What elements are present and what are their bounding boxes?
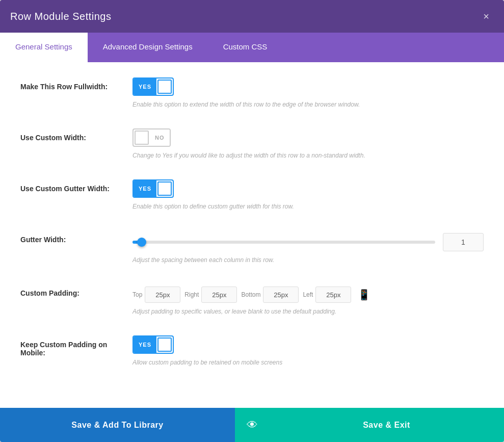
fullwidth-toggle-wrap: YES [132, 77, 484, 96]
mobile-icon: 📱 [358, 289, 370, 301]
gutter-width-label: Gutter Width: [20, 230, 132, 244]
tab-advanced[interactable]: Advanced Design Settings [88, 33, 208, 62]
padding-mobile-setting: Keep Custom Padding on Mobile: YES Allow… [20, 335, 484, 371]
padding-right-group: Right [184, 287, 237, 303]
modal-footer: Save & Add To Library 👁 Save & Exit [0, 408, 504, 442]
custom-width-toggle[interactable]: NO [132, 128, 171, 147]
padding-mobile-yes-label: YES [134, 336, 156, 353]
padding-inputs-wrap: Top Right Bottom Left 📱 [132, 287, 484, 303]
fullwidth-setting: Make This Row Fullwidth: YES Enable this… [20, 77, 484, 113]
fullwidth-desc: Enable this option to extend the width o… [132, 101, 484, 108]
custom-gutter-toggle-wrap: YES [132, 179, 484, 198]
custom-padding-setting: Custom Padding: Top Right Bottom [20, 284, 484, 320]
padding-mobile-toggle[interactable]: YES [132, 335, 174, 354]
padding-left-input[interactable] [315, 287, 351, 303]
gutter-slider-track [132, 241, 435, 244]
custom-padding-control: Top Right Bottom Left 📱 [132, 284, 484, 315]
padding-left-label: Left [303, 291, 313, 298]
save-library-button[interactable]: Save & Add To Library [0, 408, 235, 442]
tab-general[interactable]: General Settings [0, 33, 88, 62]
custom-padding-label: Custom Padding: [20, 284, 132, 297]
save-exit-button[interactable]: Save & Exit [269, 408, 504, 442]
gutter-width-desc: Adjust the spacing between each column i… [132, 256, 484, 264]
fullwidth-label: Make This Row Fullwidth: [20, 77, 132, 91]
modal-container: Row Module Settings × General Settings A… [0, 0, 504, 442]
custom-gutter-setting: Use Custom Gutter Width: YES Enable this… [20, 179, 484, 215]
fullwidth-control: YES Enable this option to extend the wid… [132, 77, 484, 108]
custom-width-no-label: NO [150, 129, 170, 146]
padding-mobile-desc: Allow custom padding to be retained on m… [132, 359, 484, 366]
padding-mobile-control: YES Allow custom padding to be retained … [132, 335, 484, 366]
fullwidth-yes-label: YES [134, 79, 156, 95]
padding-right-input[interactable] [201, 287, 237, 303]
eye-icon: 👁 [247, 419, 258, 432]
padding-left-group: Left [303, 287, 351, 303]
tabs-bar: General Settings Advanced Design Setting… [0, 33, 504, 62]
gutter-value-box[interactable]: 1 [443, 233, 484, 251]
fullwidth-toggle[interactable]: YES [132, 77, 174, 96]
settings-content: Make This Row Fullwidth: YES Enable this… [0, 62, 504, 408]
padding-right-label: Right [184, 291, 199, 298]
padding-bottom-input[interactable] [263, 287, 299, 303]
padding-top-input[interactable] [145, 287, 180, 303]
padding-bottom-group: Bottom [241, 287, 299, 303]
custom-width-label: Use Custom Width: [20, 128, 132, 142]
padding-top-label: Top [132, 291, 142, 298]
gutter-width-setting: Gutter Width: 1 Adjust the spacing betwe… [20, 230, 484, 269]
custom-width-desc: Change to Yes if you would like to adjus… [132, 152, 484, 159]
custom-width-knob [135, 131, 149, 145]
custom-width-setting: Use Custom Width: NO Change to Yes if yo… [20, 128, 484, 164]
custom-width-toggle-wrap: NO [132, 128, 484, 147]
modal-title: Row Module Settings [10, 11, 111, 22]
close-button[interactable]: × [479, 9, 494, 24]
custom-width-control: NO Change to Yes if you would like to ad… [132, 128, 484, 159]
custom-gutter-yes-label: YES [134, 180, 156, 197]
custom-padding-desc: Adjust padding to specific values, or le… [132, 308, 484, 315]
padding-mobile-label: Keep Custom Padding on Mobile: [20, 335, 132, 357]
custom-gutter-desc: Enable this option to define custom gutt… [132, 203, 484, 210]
gutter-width-control: 1 Adjust the spacing between each column… [132, 230, 484, 264]
padding-top-group: Top [132, 287, 180, 303]
custom-gutter-control: YES Enable this option to define custom … [132, 179, 484, 210]
custom-gutter-knob [157, 181, 172, 196]
padding-mobile-toggle-wrap: YES [132, 335, 484, 354]
modal-header: Row Module Settings × [0, 0, 504, 33]
padding-mobile-knob [157, 337, 172, 352]
preview-button[interactable]: 👁 [235, 408, 269, 442]
gutter-slider-wrap: 1 [132, 233, 484, 251]
fullwidth-knob [157, 80, 172, 94]
tab-css[interactable]: Custom CSS [208, 33, 283, 62]
padding-bottom-label: Bottom [241, 291, 260, 298]
custom-gutter-label: Use Custom Gutter Width: [20, 179, 132, 193]
custom-gutter-toggle[interactable]: YES [132, 179, 174, 198]
